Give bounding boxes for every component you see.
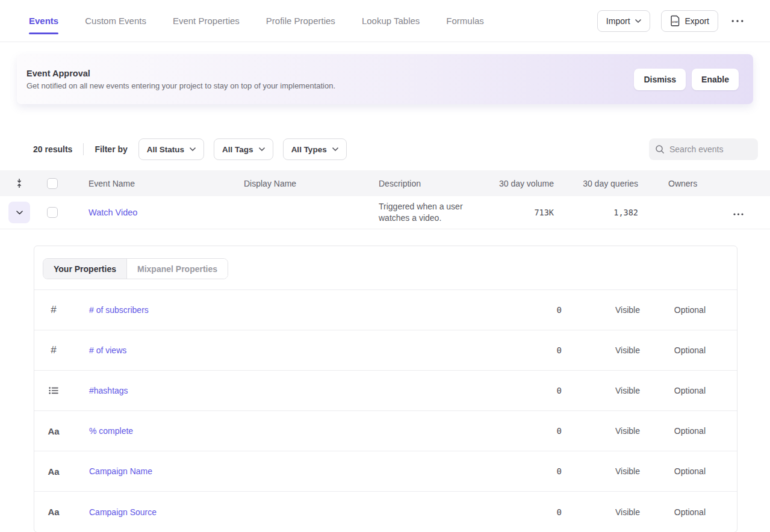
column-owners[interactable]: Owners xyxy=(638,179,710,188)
properties-tabbar: Your Properties Mixpanel Properties xyxy=(34,246,737,290)
results-count: 20 results xyxy=(33,144,72,154)
tab-mixpanel-properties[interactable]: Mixpanel Properties xyxy=(127,259,228,279)
property-requirement[interactable]: Optional xyxy=(640,426,706,436)
nav-tabs: Events Custom Events Event Properties Pr… xyxy=(29,0,484,42)
search-box xyxy=(649,138,758,160)
property-row: # # of subscribers 0 Visible Optional xyxy=(34,290,737,330)
dismiss-button[interactable]: Dismiss xyxy=(634,69,686,90)
chevron-down-icon xyxy=(259,147,265,151)
events-table-header: Event Name Display Name Description 30 d… xyxy=(0,170,770,196)
text-type-icon: Aa xyxy=(48,507,59,517)
column-30-day-volume[interactable]: 30 day volume xyxy=(482,179,554,188)
property-row: Aa Campaign Name 0 Visible Optional xyxy=(34,451,737,492)
list-type-icon xyxy=(49,387,58,394)
tab-formulas[interactable]: Formulas xyxy=(446,12,484,29)
ellipsis-icon xyxy=(731,20,744,22)
properties-tabs: Your Properties Mixpanel Properties xyxy=(43,258,228,279)
property-requirement[interactable]: Optional xyxy=(640,507,706,517)
event-name-link[interactable]: Watch Video xyxy=(88,208,137,217)
property-row: Aa Campaign Source 0 Visible Optional xyxy=(34,492,737,532)
property-name-link[interactable]: #hashtags xyxy=(73,386,128,395)
top-nav-actions: Import csv Export xyxy=(597,10,746,32)
event-30-day-volume: 713K xyxy=(534,208,554,217)
tab-your-properties[interactable]: Your Properties xyxy=(43,259,127,279)
chevron-down-icon xyxy=(190,147,196,151)
text-type-icon: Aa xyxy=(48,466,59,477)
number-type-icon: # xyxy=(51,304,56,316)
property-requirement[interactable]: Optional xyxy=(640,345,706,355)
property-requirement[interactable]: Optional xyxy=(640,305,706,315)
banner-text: Event Approval Get notified on all new e… xyxy=(26,69,335,90)
property-name-link[interactable]: # of views xyxy=(73,345,126,355)
event-description: Triggered when a user watches a video. xyxy=(379,199,482,226)
property-name-link[interactable]: % complete xyxy=(73,426,133,436)
property-row: # # of views 0 Visible Optional xyxy=(34,330,737,371)
property-requirement[interactable]: Optional xyxy=(640,466,706,476)
export-button[interactable]: csv Export xyxy=(661,10,718,32)
banner-title: Event Approval xyxy=(26,69,335,78)
tab-event-properties[interactable]: Event Properties xyxy=(173,12,240,29)
import-button-label: Import xyxy=(606,16,630,26)
property-visibility[interactable]: Visible xyxy=(562,305,640,315)
row-more-options-button[interactable] xyxy=(731,213,746,215)
lexicon-events-page: Events Custom Events Event Properties Pr… xyxy=(0,0,770,532)
status-filter-label: All Status xyxy=(147,145,184,154)
types-filter-dropdown[interactable]: All Types xyxy=(283,138,347,160)
column-description[interactable]: Description xyxy=(379,179,482,188)
property-value: 0 xyxy=(489,386,562,395)
property-value: 0 xyxy=(489,426,562,436)
property-visibility[interactable]: Visible xyxy=(562,426,640,436)
divider xyxy=(83,143,84,155)
column-display-name[interactable]: Display Name xyxy=(244,179,379,188)
search-input[interactable] xyxy=(669,144,752,154)
export-button-label: Export xyxy=(685,16,709,26)
chevron-down-icon xyxy=(332,147,338,151)
enable-button[interactable]: Enable xyxy=(692,69,739,90)
property-value: 0 xyxy=(489,345,562,355)
column-30-day-queries[interactable]: 30 day queries xyxy=(554,179,638,188)
tags-filter-dropdown[interactable]: All Tags xyxy=(214,138,273,160)
column-event-name[interactable]: Event Name xyxy=(66,179,244,188)
top-nav: Events Custom Events Event Properties Pr… xyxy=(0,0,770,42)
filter-toolbar: 20 results Filter by All Status All Tags… xyxy=(33,138,758,160)
property-requirement[interactable]: Optional xyxy=(640,386,706,395)
property-visibility[interactable]: Visible xyxy=(562,466,640,476)
types-filter-label: All Types xyxy=(291,145,327,154)
chevron-down-icon xyxy=(16,211,23,215)
collapse-row-button[interactable] xyxy=(8,202,30,223)
property-visibility[interactable]: Visible xyxy=(562,345,640,355)
banner-actions: Dismiss Enable xyxy=(634,69,739,90)
property-value: 0 xyxy=(489,466,562,476)
search-icon xyxy=(655,144,665,154)
property-row: Aa % complete 0 Visible Optional xyxy=(34,411,737,451)
property-row: #hashtags 0 Visible Optional xyxy=(34,371,737,411)
chevron-down-icon xyxy=(635,19,641,23)
number-type-icon: # xyxy=(51,344,56,356)
ellipsis-icon xyxy=(733,213,744,215)
event-row-watch-video: Watch Video Triggered when a user watche… xyxy=(0,196,770,229)
property-value: 0 xyxy=(489,507,562,517)
property-visibility[interactable]: Visible xyxy=(562,386,640,395)
tab-events[interactable]: Events xyxy=(29,12,58,29)
filter-by-label: Filter by xyxy=(95,144,127,154)
status-filter-dropdown[interactable]: All Status xyxy=(138,138,204,160)
row-checkbox[interactable] xyxy=(47,207,58,218)
more-options-button[interactable] xyxy=(729,10,746,32)
properties-panel: Your Properties Mixpanel Properties # # … xyxy=(34,246,737,532)
property-name-link[interactable]: # of subscribers xyxy=(73,305,149,315)
tags-filter-label: All Tags xyxy=(222,145,253,154)
property-name-link[interactable]: Campaign Source xyxy=(73,507,157,517)
select-all-checkbox[interactable] xyxy=(47,178,58,189)
property-visibility[interactable]: Visible xyxy=(562,507,640,517)
tab-profile-properties[interactable]: Profile Properties xyxy=(266,12,335,29)
event-30-day-queries: 1,382 xyxy=(613,208,638,217)
tab-custom-events[interactable]: Custom Events xyxy=(85,12,146,29)
collapse-all-icon[interactable] xyxy=(15,178,23,188)
tab-lookup-tables[interactable]: Lookup Tables xyxy=(362,12,420,29)
banner-description: Get notified on all new events entering … xyxy=(26,81,335,90)
property-value: 0 xyxy=(489,305,562,315)
property-name-link[interactable]: Campaign Name xyxy=(73,466,152,476)
svg-text:csv: csv xyxy=(672,20,678,23)
import-button[interactable]: Import xyxy=(597,10,650,32)
csv-file-icon: csv xyxy=(670,15,680,26)
